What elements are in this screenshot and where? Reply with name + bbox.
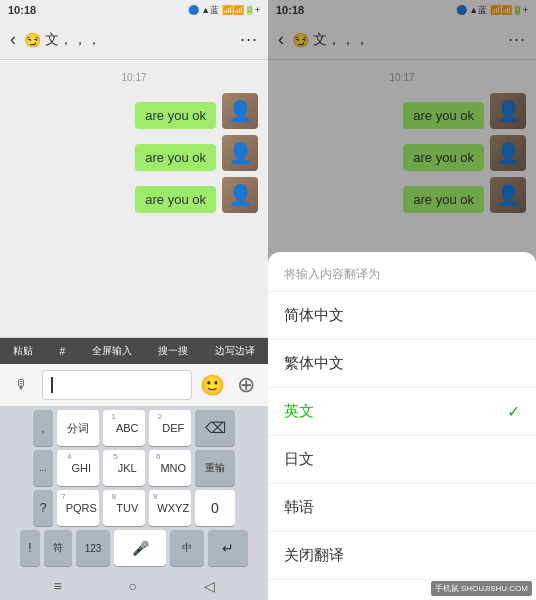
nav-home-icon[interactable]: ○ [128,578,136,594]
left-status-bar: 10:18 🔵 ▲蓝 📶📶🔋+ [0,0,268,20]
left-back-button[interactable]: ‹ [10,29,16,50]
toolbar-hash[interactable]: # [55,344,71,359]
voice-button[interactable]: 🎙 [8,371,36,399]
left-chat-area: 10:17 are you ok 👤 are you ok 👤 are you … [0,60,268,337]
watermark: 手机鼠 SHOUJISHU.COM [431,581,532,596]
key-symbol[interactable]: 符 [44,530,72,566]
key-jkl[interactable]: 5 JKL [103,450,145,486]
plus-button[interactable]: ⊕ [232,371,260,399]
text-input-field[interactable] [42,370,192,400]
key-reset[interactable]: 重输 [195,450,235,486]
key-enter[interactable]: ↵ [208,530,248,566]
key-delete[interactable]: ⌫ [195,410,235,446]
key-0[interactable]: 0 [195,490,235,526]
left-input-area: 粘贴 # 全屏输入 搜一搜 边写边译 🎙 🙂 ⊕ , [0,337,268,600]
left-status-icons: 🔵 ▲蓝 📶📶🔋+ [188,4,260,17]
left-bubble-1[interactable]: are you ok [135,102,216,129]
left-message-row-1: are you ok 👤 [10,93,258,129]
text-cursor [51,377,53,393]
left-avatar-2: 👤 [222,135,258,171]
key-pqrs[interactable]: 7 PQRS [57,490,99,526]
left-panel: 10:18 🔵 ▲蓝 📶📶🔋+ ‹ 😏 文，，， ··· 10:17 are y… [0,0,268,600]
translation-item-1[interactable]: 简体中文 [268,292,536,340]
left-contact-name: 文，，， [45,31,101,49]
left-avatar-1: 👤 [222,93,258,129]
bottom-nav-bar: ≡ ○ ◁ [0,572,268,600]
left-header-emoji: 😏 [24,32,41,48]
key-mic[interactable]: 🎤 [114,530,166,566]
translation-item-6[interactable]: 关闭翻译 [268,532,536,580]
nav-menu-icon[interactable]: ≡ [53,578,61,594]
translation-header: 将输入内容翻译为 [268,252,536,292]
translation-item-5[interactable]: 韩语 [268,484,536,532]
key-tuv[interactable]: 8 TUV [103,490,145,526]
check-icon: ✓ [507,402,520,421]
left-timestamp: 10:17 [10,72,258,83]
translation-item-3[interactable]: 英文 ✓ [268,388,536,436]
key-123[interactable]: 123 [76,530,110,566]
left-text-input-row: 🎙 🙂 ⊕ [0,364,268,406]
key-abc[interactable]: 1 ABC [103,410,145,446]
key-wxyz[interactable]: 9 WXYZ [149,490,191,526]
key-chinese[interactable]: 中 [170,530,204,566]
translation-item-2[interactable]: 繁体中文 [268,340,536,388]
translation-item-4[interactable]: 日文 [268,436,536,484]
keyboard-row-2: ? 7 PQRS 8 TUV 9 WXYZ 0 [2,490,266,526]
key-mno[interactable]: 6 MNO [149,450,191,486]
keyboard-row-1: ... 4 GHI 5 JKL 6 MNO 重输 [2,450,266,486]
toolbar-search[interactable]: 搜一搜 [153,342,193,360]
key-question[interactable]: ? [33,490,53,526]
key-exclaim[interactable]: ! [20,530,40,566]
left-header-title: 😏 文，，， [24,31,240,49]
nav-back-icon[interactable]: ◁ [204,578,215,594]
left-bubble-3[interactable]: are you ok [135,186,216,213]
keyboard: , 分词 1 ABC 2 DEF ⌫ ... 4 GHI [0,406,268,572]
key-def[interactable]: 2 DEF [149,410,191,446]
left-time: 10:18 [8,4,36,16]
keyboard-row-3: ! 符 123 🎤 中 ↵ [2,530,266,566]
key-fenci[interactable]: 分词 [57,410,99,446]
translation-overlay: 将输入内容翻译为 简体中文 繁体中文 英文 ✓ 日文 韩语 关闭翻译 [268,252,536,600]
left-toolbar: 粘贴 # 全屏输入 搜一搜 边写边译 [0,338,268,364]
toolbar-paste[interactable]: 粘贴 [8,342,38,360]
left-message-row-2: are you ok 👤 [10,135,258,171]
key-ghi[interactable]: 4 GHI [57,450,99,486]
toolbar-fullscreen[interactable]: 全屏输入 [87,342,137,360]
left-chat-header: ‹ 😏 文，，， ··· [0,20,268,60]
left-message-row-3: are you ok 👤 [10,177,258,213]
toolbar-sidebyside[interactable]: 边写边译 [210,342,260,360]
emoji-button[interactable]: 🙂 [198,371,226,399]
left-more-button[interactable]: ··· [240,29,258,50]
keyboard-row-0: , 分词 1 ABC 2 DEF ⌫ [2,410,266,446]
left-avatar-3: 👤 [222,177,258,213]
left-bubble-2[interactable]: are you ok [135,144,216,171]
key-ellipsis[interactable]: ... [33,450,53,486]
key-comma[interactable]: , [33,410,53,446]
right-panel: 10:18 🔵 ▲蓝 📶📶🔋+ ‹ 😏 文，，， ··· 10:17 are y… [268,0,536,600]
